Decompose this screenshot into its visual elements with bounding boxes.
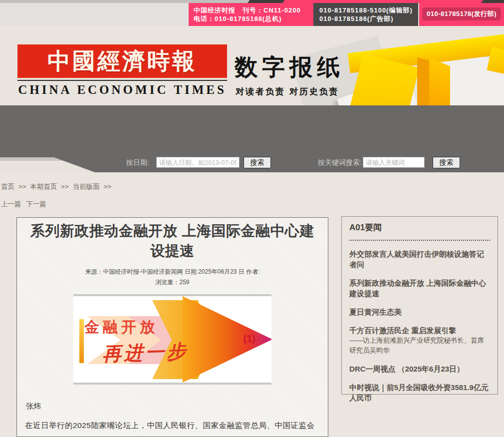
keyword-search-input[interactable]	[363, 157, 425, 168]
breadcrumb-separator: >>	[103, 183, 111, 190]
date-search-label: 按日期:	[126, 158, 149, 167]
contact-box-distribution: 010-81785178(发行部)	[419, 3, 504, 26]
keyword-search-label: 按关键词搜索:	[318, 158, 362, 167]
logo-divider	[17, 80, 227, 81]
sidebar-article-link[interactable]: 中时视说｜前5月全国吸收外资3581.9亿元人民币	[349, 382, 490, 403]
sidebar-article-link[interactable]: 外交部发言人就美国打击伊朗核设施答记者问	[349, 249, 490, 270]
newspaper-logo-english: CHINA ECONOMIC TIMES	[17, 83, 227, 97]
next-article-link[interactable]: 下一篇	[26, 200, 46, 208]
previous-article-link[interactable]: 上一篇	[1, 200, 21, 208]
article-meta: 来源：中国经济时报-中国经济新闻网 日期:2025年06月23 日 作者: 浏览…	[17, 267, 328, 288]
breadcrumb-separator: >>	[61, 183, 69, 190]
masthead-banner: 中國經濟時報 CHINA ECONOMIC TIMES 数字报纸 对读者负责 对…	[0, 26, 504, 105]
figure-border	[73, 294, 271, 296]
date-search-input[interactable]	[156, 157, 240, 168]
contact-box-departments: 010-81785188-5100(编辑部) 010-81785186(广告部)	[313, 3, 418, 26]
sidebar-section-a01: A01要闻 外交部发言人就美国打击伊朗核设施答记者问 系列新政推动金融开放 上海…	[341, 216, 498, 395]
breadcrumb-current-page[interactable]: 当前版面	[73, 183, 100, 190]
figure-border	[73, 383, 271, 385]
publication-issue-number: 中国经济时报 刊号：CN11-0200	[194, 6, 313, 14]
breadcrumb: 首页 >> 本期首页 >> 当前版面 >>	[1, 182, 113, 191]
article-body-text: 在近日举行的2025陆家嘴论坛上，中国人民银行、国家金融监管总局、中国证监会	[25, 419, 320, 432]
article-figure: 金融开放 再进一步 (1)	[73, 294, 271, 385]
article-title: 系列新政推动金融开放 上海国际金融中心建设提速	[24, 221, 321, 261]
date-search-button[interactable]: 搜索	[244, 157, 271, 168]
sidebar-article-title: 千方百计激活民企 重启发展引擎	[349, 325, 490, 336]
breadcrumb-separator: >>	[18, 183, 26, 190]
distribution-phone: 010-81785178(发行部)	[422, 7, 501, 20]
contact-bar: 中国经济时报 刊号：CN11-0200 电话：010-81785188(总机) …	[0, 3, 504, 26]
search-band: 按日期: 搜索 按关键词搜索: 搜索	[0, 105, 504, 172]
article-view-count: 浏览量：259	[17, 277, 328, 288]
sidebar-article-link[interactable]: 夏日黄河生态美	[349, 307, 490, 317]
breadcrumb-home[interactable]: 首页	[1, 183, 14, 190]
sidebar-article-list: 外交部发言人就美国打击伊朗核设施答记者问 系列新政推动金融开放 上海国际金融中心…	[349, 249, 490, 403]
decor-yellow-cube	[429, 58, 450, 105]
decor-yellow-cube	[417, 57, 430, 105]
newspaper-logo[interactable]: 中國經濟時報	[17, 44, 227, 78]
article-panel: 系列新政推动金融开放 上海国际金融中心建设提速 来源：中国经济时报-中国经济新闻…	[16, 217, 328, 437]
advertising-phone: 010-81785186(广告部)	[319, 14, 418, 23]
article-source-date: 来源：中国经济时报-中国经济新闻网 日期:2025年06月23 日 作者:	[17, 267, 328, 277]
contact-box-main: 中国经济时报 刊号：CN11-0200 电话：010-81785188(总机)	[189, 3, 313, 26]
sidebar-article-link[interactable]: 千方百计激活民企 重启发展引擎 ——访上海前滩新兴产业研究院秘书长、首席研究员吴…	[349, 325, 490, 356]
article-pager: 上一篇 下一篇	[1, 200, 49, 209]
figure-decor-bar	[79, 319, 84, 363]
editorial-phone: 010-81785188-5100(编辑部)	[319, 6, 418, 14]
sidebar-article-link[interactable]: 系列新政推动金融开放 上海国际金融中心建设提速	[349, 278, 490, 299]
sidebar-section-title: A01要闻	[349, 222, 490, 233]
newspaper-slogan: 对读者负责 对历史负责	[236, 86, 339, 97]
figure-text-top: 金融开放	[84, 317, 158, 338]
article-author: 张炜	[26, 402, 328, 411]
figure-number-label: (1)	[244, 333, 255, 345]
switchboard-phone: 电话：010-81785188(总机)	[194, 14, 313, 23]
figure-text-bottom: 再进一步	[102, 339, 189, 367]
sidebar-divider	[349, 240, 490, 241]
digital-paper-title: 数字报纸	[235, 52, 344, 83]
breadcrumb-current-issue[interactable]: 本期首页	[30, 183, 57, 190]
sidebar-article-subtitle: ——访上海前滩新兴产业研究院秘书长、首席研究员吴昀华	[349, 336, 490, 356]
sidebar-article-link[interactable]: DRC一周视点 （2025年6月23日）	[349, 364, 490, 374]
keyword-search-button[interactable]: 搜索	[433, 157, 460, 168]
figure-arrow-icon	[183, 296, 271, 383]
